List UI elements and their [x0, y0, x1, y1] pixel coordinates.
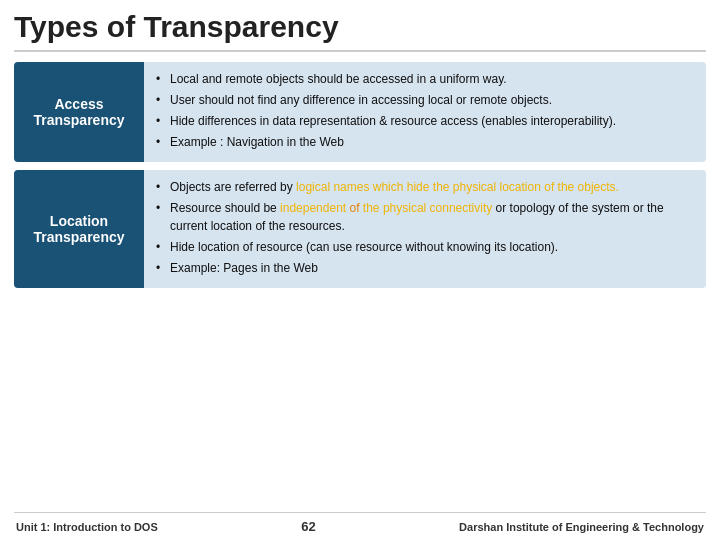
location-transparency-label: LocationTransparency [14, 170, 144, 288]
footer-right: Darshan Institute of Engineering & Techn… [459, 521, 704, 533]
location-bullet-3: Hide location of resource (can use resou… [156, 238, 694, 256]
highlight-physical: the physical connectivity [363, 201, 492, 215]
access-transparency-content: Local and remote objects should be acces… [144, 62, 706, 162]
location-bullet-2: Resource should be independent of the ph… [156, 199, 694, 235]
access-bullet-4: Example : Navigation in the Web [156, 133, 694, 151]
location-bullet-4: Example: Pages in the Web [156, 259, 694, 277]
location-transparency-content: Objects are referred by logical names wh… [144, 170, 706, 288]
footer-center: 62 [301, 519, 315, 534]
access-transparency-label: AccessTransparency [14, 62, 144, 162]
access-bullet-2: User should not find any difference in a… [156, 91, 694, 109]
content-area: AccessTransparency Local and remote obje… [14, 62, 706, 506]
footer-left: Unit 1: Introduction to DOS [16, 521, 158, 533]
location-transparency-row: LocationTransparency Objects are referre… [14, 170, 706, 288]
footer: Unit 1: Introduction to DOS 62 Darshan I… [14, 512, 706, 540]
page: Types of Transparency AccessTransparency… [0, 0, 720, 540]
highlight-of: of [350, 201, 360, 215]
access-transparency-row: AccessTransparency Local and remote obje… [14, 62, 706, 162]
access-bullet-1: Local and remote objects should be acces… [156, 70, 694, 88]
location-bullet-1: Objects are referred by logical names wh… [156, 178, 694, 196]
page-title: Types of Transparency [14, 10, 706, 52]
highlight-independent: independent [280, 201, 346, 215]
access-bullet-3: Hide differences in data representation … [156, 112, 694, 130]
highlight-logical-names: logical names which hide the physical lo… [296, 180, 619, 194]
